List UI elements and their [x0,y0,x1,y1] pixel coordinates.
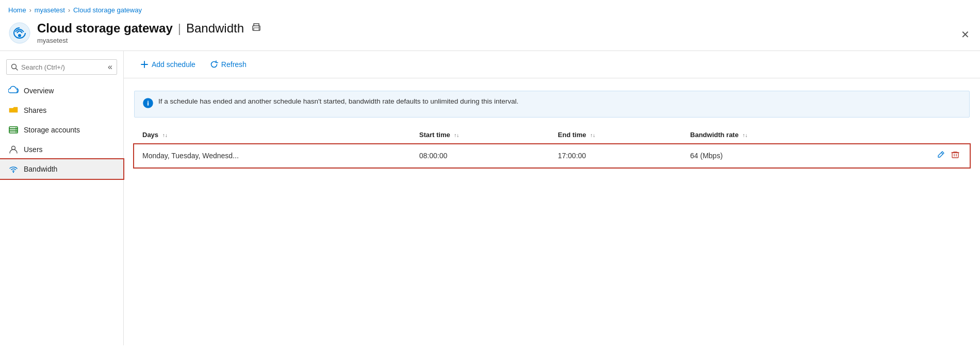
col-days[interactable]: Days ↑↓ [134,126,411,144]
info-banner: If a schedule has ended and another sche… [134,91,970,118]
header-pipe: | [178,21,181,36]
bandwidth-table: Days ↑↓ Start time ↑↓ End time ↑↓ Band [134,126,970,168]
main-layout: « OverviewSharesStorage accountsUsersBan… [0,51,980,345]
close-button[interactable]: ✕ [961,29,970,40]
edit-button[interactable] [935,149,947,162]
breadcrumb-resource[interactable]: myasetest [35,6,65,14]
svg-point-11 [15,129,17,130]
search-box[interactable]: « [6,59,117,75]
table-row[interactable]: Monday, Tuesday, Wednesd...08:00:0017:00… [134,144,970,168]
svg-point-19 [148,101,149,102]
sidebar-item-shares[interactable]: Shares [0,101,123,120]
table-body: Monday, Tuesday, Wednesd...08:00:0017:00… [134,144,970,168]
storage-icon [8,125,19,135]
sidebar-item-label-bandwidth: Bandwidth [24,165,57,173]
sort-end-time[interactable]: ↑↓ [590,133,595,138]
sidebar-item-bandwidth[interactable]: Bandwidth [0,159,123,179]
svg-point-4 [258,27,259,28]
cell-start-time: 08:00:00 [411,144,550,168]
header-subtitle: myasetest [37,37,262,44]
main-content: Add schedule Refresh If a schedule has e… [124,51,980,345]
add-icon [140,60,149,69]
sidebar-item-overview[interactable]: Overview [0,81,123,101]
cell-end-time: 17:00:00 [550,144,682,168]
toolbar: Add schedule Refresh [124,51,980,78]
col-bandwidth-rate[interactable]: Bandwidth rate ↑↓ [682,126,863,144]
col-actions [863,126,970,144]
wifi-icon [8,164,19,174]
user-icon [8,144,19,155]
svg-point-1 [18,34,21,37]
breadcrumb-current[interactable]: Cloud storage gateway [73,6,142,14]
add-schedule-button[interactable]: Add schedule [134,57,202,72]
header-title-group: Cloud storage gateway | Bandwidth myaset… [37,21,262,44]
svg-point-0 [9,23,30,43]
search-icon [11,63,18,71]
table-container: Days ↑↓ Start time ↑↓ End time ↑↓ Band [134,126,970,168]
search-input[interactable] [21,63,105,71]
collapse-sidebar-button[interactable]: « [108,62,112,72]
sidebar-item-label-overview: Overview [24,87,54,95]
header-section: Bandwidth [186,21,244,36]
cell-bandwidth-rate: 64 (Mbps) [682,144,863,168]
info-banner-text: If a schedule has ended and another sche… [158,97,518,105]
sidebar-item-users[interactable]: Users [0,140,123,159]
cell-days: Monday, Tuesday, Wednesd... [134,144,411,168]
svg-point-10 [15,127,17,128]
svg-rect-21 [952,153,958,158]
sidebar-item-storage-accounts[interactable]: Storage accounts [0,120,123,140]
breadcrumb: Home › myasetest › Cloud storage gateway [0,0,980,18]
refresh-button[interactable]: Refresh [204,57,253,72]
refresh-icon [210,60,218,69]
svg-point-12 [15,131,17,132]
nav-items: OverviewSharesStorage accountsUsersBandw… [0,81,123,179]
svg-point-14 [13,172,14,173]
sidebar: « OverviewSharesStorage accountsUsersBan… [0,51,124,345]
table-header: Days ↑↓ Start time ↑↓ End time ↑↓ Band [134,126,970,144]
svg-line-6 [16,69,18,71]
page-header: Cloud storage gateway | Bandwidth myaset… [0,18,980,51]
sort-bandwidth-rate[interactable]: ↑↓ [743,133,748,138]
sidebar-item-label-users: Users [24,145,43,154]
page-title: Cloud storage gateway [37,21,173,36]
svg-line-20 [941,153,943,154]
breadcrumb-home[interactable]: Home [8,6,26,14]
sort-start-time[interactable]: ↑↓ [454,133,459,138]
sort-days[interactable]: ↑↓ [162,133,168,138]
gateway-icon [8,22,31,44]
col-start-time[interactable]: Start time ↑↓ [411,126,550,144]
print-icon[interactable] [251,22,262,35]
cloud-icon [8,86,19,96]
svg-rect-3 [254,28,259,30]
sidebar-item-label-storage-accounts: Storage accounts [24,126,80,134]
sidebar-item-label-shares: Shares [24,106,46,114]
delete-button[interactable] [949,149,961,162]
col-end-time[interactable]: End time ↑↓ [550,126,682,144]
info-icon [143,98,153,111]
folder-icon [8,105,19,115]
cell-actions [863,144,970,168]
